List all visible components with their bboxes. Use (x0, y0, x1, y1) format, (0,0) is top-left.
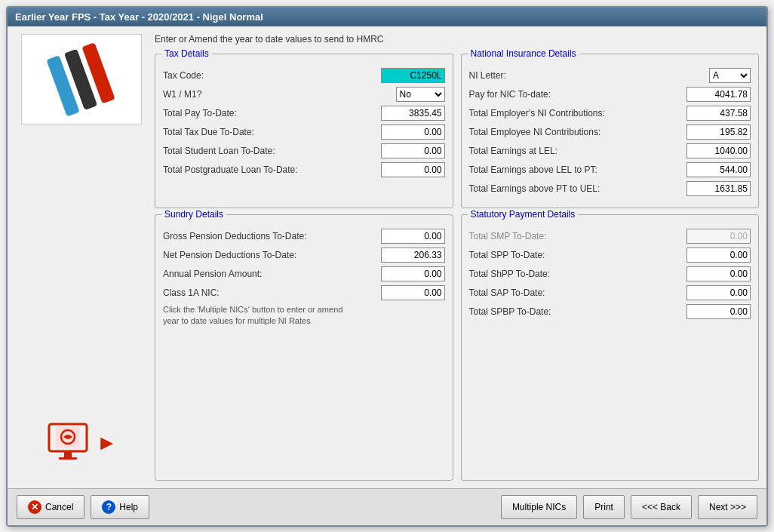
smp-input[interactable] (686, 229, 751, 244)
total-tax-row: Total Tax Due To-Date: (163, 125, 445, 140)
class1a-label: Class 1A NIC: (163, 288, 381, 298)
arrow-icon: ► (97, 431, 118, 455)
postgrad-loan-label: Total Postgraduate Loan To-Date: (163, 165, 381, 175)
print-button[interactable]: Print (583, 495, 625, 519)
total-pay-row: Total Pay To-Date: (163, 106, 445, 121)
shpp-input[interactable] (686, 266, 751, 281)
earnings-lel-pt-input[interactable] (686, 162, 751, 177)
net-pension-label: Net Pension Deductions To-Date: (163, 250, 381, 260)
ni-details-title: National Insurance Details (468, 48, 579, 59)
shpp-label: Total ShPP To-Date: (469, 269, 687, 279)
sap-row: Total SAP To-Date: (469, 285, 751, 300)
multiple-nics-button[interactable]: Multiple NICs (501, 495, 577, 519)
spp-row: Total SPP To-Date: (469, 248, 751, 263)
back-button[interactable]: <<< Back (631, 495, 692, 519)
w1m1-select[interactable]: No Yes (396, 87, 445, 102)
sundry-details-title: Sundry Details (161, 209, 226, 220)
total-tax-input[interactable] (381, 125, 445, 140)
sap-label: Total SAP To-Date: (469, 288, 687, 298)
annual-pension-input[interactable] (381, 266, 445, 281)
next-button[interactable]: Next >>> (698, 495, 757, 519)
total-tax-label: Total Tax Due To-Date: (163, 127, 381, 137)
pay-nic-label: Pay for NIC To-date: (469, 89, 687, 100)
employee-ni-row: Total Employee NI Contributions: (469, 125, 751, 140)
multiple-nics-label: Multiple NICs (512, 502, 566, 512)
earnings-pt-uel-input[interactable] (686, 181, 751, 196)
tax-details-title: Tax Details (161, 48, 212, 59)
student-loan-input[interactable] (381, 143, 445, 158)
note-text: Click the 'Multiple NICs' button to ente… (163, 304, 445, 328)
total-pay-input[interactable] (381, 106, 445, 121)
employer-ni-row: Total Employer's NI Contributions: (469, 106, 751, 121)
postgrad-loan-input[interactable] (381, 162, 445, 177)
window-title: Earlier Year FPS - Tax Year - 2020/2021 … (15, 11, 263, 23)
spbp-input[interactable] (686, 304, 751, 319)
ni-details-box: National Insurance Details NI Letter: A … (461, 54, 760, 208)
svg-rect-6 (64, 451, 72, 457)
earnings-lel-label: Total Earnings at LEL: (469, 146, 687, 156)
spbp-row: Total SPBP To-Date: (469, 304, 751, 319)
annual-pension-row: Annual Pension Amount: (163, 266, 445, 281)
logo-area (21, 34, 142, 125)
pay-nic-row: Pay for NIC To-date: (469, 87, 751, 102)
sundry-details-box: Sundry Details Gross Pension Deductions … (155, 214, 453, 481)
tax-code-label: Tax Code: (163, 70, 381, 81)
cancel-button[interactable]: ✕ Cancel (17, 495, 84, 519)
statutory-details-title: Statutory Payment Details (468, 209, 579, 220)
gross-pension-input[interactable] (381, 229, 445, 244)
help-button[interactable]: ? Help (91, 495, 149, 519)
help-icon: ? (102, 500, 115, 514)
pay-nic-input[interactable] (686, 87, 751, 102)
class1a-input[interactable] (381, 285, 445, 300)
svg-rect-7 (59, 457, 77, 460)
title-bar: Earlier Year FPS - Tax Year - 2020/2021 … (8, 8, 766, 26)
employee-ni-label: Total Employee NI Contributions: (469, 127, 687, 137)
tax-details-box: Tax Details Tax Code: W1 / M1? No Yes (155, 54, 453, 208)
spp-label: Total SPP To-Date: (469, 250, 687, 260)
cancel-label: Cancel (45, 502, 73, 512)
spp-input[interactable] (686, 248, 751, 263)
right-panel: Enter or Amend the year to date values t… (155, 34, 759, 481)
net-pension-input[interactable] (381, 248, 445, 263)
left-panel: ► (15, 34, 147, 481)
earnings-lel-pt-row: Total Earnings above LEL to PT: (469, 162, 751, 177)
statutory-details-box: Statutory Payment Details Total SMP To-D… (461, 214, 760, 481)
help-label: Help (119, 502, 138, 512)
earnings-pt-uel-row: Total Earnings above PT to UEL: (469, 181, 751, 196)
earnings-lel-row: Total Earnings at LEL: (469, 143, 751, 158)
earnings-lel-pt-label: Total Earnings above LEL to PT: (469, 165, 687, 175)
gross-pension-label: Gross Pension Deductions To-Date: (163, 231, 381, 241)
ni-letter-select[interactable]: A B C (709, 68, 751, 83)
smp-label: Total SMP To-Date: (469, 231, 687, 241)
back-label: <<< Back (642, 502, 680, 512)
monitor-area: ► (45, 420, 118, 466)
tax-code-input[interactable] (381, 68, 445, 83)
net-pension-row: Net Pension Deductions To-Date: (163, 248, 445, 263)
ni-letter-row: NI Letter: A B C (469, 68, 751, 83)
footer: ✕ Cancel ? Help Multiple NICs Print <<< … (8, 488, 766, 525)
print-label: Print (594, 502, 613, 512)
total-pay-label: Total Pay To-Date: (163, 108, 381, 118)
cancel-icon: ✕ (28, 500, 41, 514)
next-label: Next >>> (709, 502, 746, 512)
w1m1-row: W1 / M1? No Yes (163, 87, 445, 102)
spbp-label: Total SPBP To-Date: (469, 306, 687, 317)
employer-ni-input[interactable] (686, 106, 751, 121)
tax-code-row: Tax Code: (163, 68, 445, 83)
shpp-row: Total ShPP To-Date: (469, 266, 751, 281)
earnings-lel-input[interactable] (686, 143, 751, 158)
monitor-icon (45, 420, 91, 466)
annual-pension-label: Annual Pension Amount: (163, 269, 381, 279)
student-loan-label: Total Student Loan To-Date: (163, 146, 381, 156)
postgrad-loan-row: Total Postgraduate Loan To-Date: (163, 162, 445, 177)
instruction-text: Enter or Amend the year to date values t… (155, 34, 759, 45)
employer-ni-label: Total Employer's NI Contributions: (469, 108, 687, 118)
gross-pension-row: Gross Pension Deductions To-Date: (163, 229, 445, 244)
main-window: Earlier Year FPS - Tax Year - 2020/2021 … (6, 6, 768, 527)
smp-row: Total SMP To-Date: (469, 229, 751, 244)
employee-ni-input[interactable] (686, 125, 751, 140)
sap-input[interactable] (686, 285, 751, 300)
ni-letter-label: NI Letter: (469, 70, 710, 81)
class1a-row: Class 1A NIC: (163, 285, 445, 300)
w1m1-label: W1 / M1? (163, 89, 396, 100)
